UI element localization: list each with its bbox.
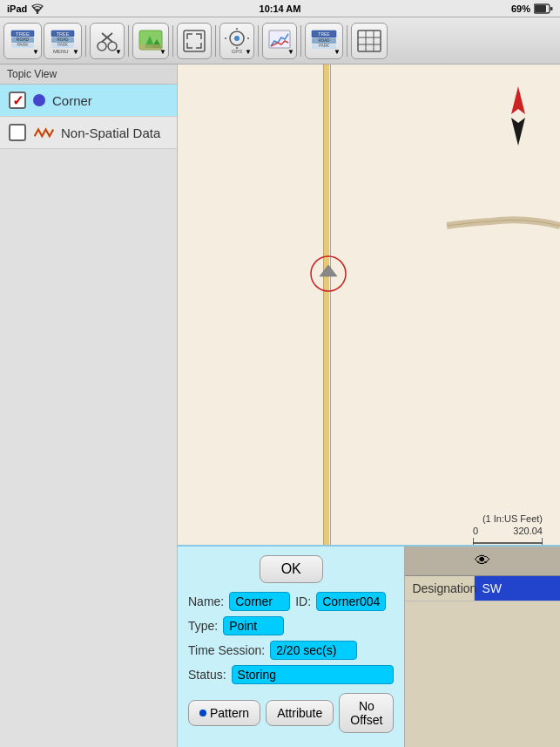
- map-area[interactable]: (1 In:US Feet) 0 320.04 Level OK: [178, 65, 560, 747]
- dropdown-arrow4: ▼: [159, 48, 166, 56]
- svg-text:GPS: GPS: [232, 49, 243, 54]
- svg-point-0: [37, 11, 38, 13]
- time-session-label: Time Session:: [188, 643, 265, 657]
- status-bar: iPad 10:14 AM 69%: [0, 0, 560, 17]
- svg-text:MENU: MENU: [53, 49, 69, 54]
- corner-checkbox[interactable]: ✓: [9, 92, 26, 109]
- gps-button[interactable]: GPS ▼: [219, 23, 254, 59]
- north-arrow: [501, 86, 536, 146]
- attr-panel: 👁 Designation SW: [404, 547, 560, 747]
- device-label: iPad: [7, 3, 27, 14]
- svg-point-31: [234, 36, 240, 41]
- id-input[interactable]: Corner004: [316, 592, 386, 611]
- type-label: Type:: [188, 619, 218, 633]
- checkmark-icon: ✓: [12, 92, 24, 109]
- svg-marker-47: [511, 86, 525, 114]
- ok-btn-row: OK: [188, 555, 394, 583]
- status-bar-time: 10:14 AM: [260, 3, 301, 14]
- name-label: Name:: [188, 594, 224, 608]
- toolbar-separator-1: [85, 25, 86, 57]
- svg-rect-2: [535, 5, 546, 12]
- scale-labels: 0 320.04: [473, 526, 543, 536]
- svg-text:PARK: PARK: [319, 44, 329, 48]
- status-row: Status: Storing: [188, 665, 394, 684]
- battery-percent: 69%: [511, 3, 530, 14]
- svg-text:ROAD: ROAD: [57, 37, 69, 42]
- svg-text:TREE: TREE: [57, 31, 70, 37]
- toolbar: TREE ROAD PARK ▼ TREE ROAD PARK MENU ▼ ▼: [0, 17, 560, 65]
- dropdown-arrow2: ▼: [72, 48, 79, 56]
- toolbar-separator-4: [215, 25, 216, 57]
- form-area: OK Name: Corner ID: Corner004 Type: Poin…: [178, 547, 404, 747]
- eye-icon: 👁: [475, 552, 490, 570]
- layers2-button[interactable]: TREE ROAD PARK ▼: [305, 23, 343, 59]
- sidebar-item-corner[interactable]: ✓ Corner: [0, 85, 177, 117]
- time-session-row: Time Session: 2/20 sec(s): [188, 641, 394, 660]
- status-label: Status:: [188, 668, 226, 682]
- chart-button[interactable]: ▼: [262, 23, 297, 59]
- wifi-icon: [30, 3, 44, 14]
- attr-col-key-0: Designation: [405, 576, 475, 601]
- status-value[interactable]: Storing: [232, 665, 395, 684]
- svg-marker-48: [511, 118, 525, 146]
- corner-dot-icon: [33, 94, 45, 106]
- toolbar-separator-3: [172, 25, 173, 57]
- map-marker: [307, 252, 350, 295]
- bottom-panel: OK Name: Corner ID: Corner004 Type: Poin…: [178, 545, 560, 747]
- menu-button[interactable]: TREE ROAD PARK MENU ▼: [44, 23, 82, 59]
- time-session-value[interactable]: 2/20 sec(s): [270, 641, 357, 660]
- id-label: ID:: [295, 594, 311, 608]
- nonspatial-checkbox[interactable]: [9, 124, 26, 141]
- toolbar-separator-7: [347, 25, 347, 57]
- svg-rect-3: [550, 7, 553, 10]
- battery-icon: [534, 3, 553, 14]
- zigzag-icon: [33, 126, 54, 139]
- dropdown-arrow6: ▼: [287, 48, 294, 56]
- svg-text:PARK: PARK: [57, 43, 68, 47]
- toolbar-separator-2: [128, 25, 129, 57]
- name-id-row: Name: Corner ID: Corner004: [188, 592, 394, 611]
- toolbar-separator-5: [258, 25, 259, 57]
- dropdown-arrow: ▼: [32, 48, 39, 56]
- main-content: Topic View ✓ Corner Non-Spatial Data: [0, 65, 560, 747]
- attribute-button[interactable]: Attribute: [266, 700, 334, 726]
- road-path: [386, 178, 560, 248]
- sidebar-header: Topic View: [0, 65, 177, 85]
- svg-text:TREE: TREE: [318, 31, 330, 37]
- type-input[interactable]: Point: [223, 616, 284, 635]
- attr-header: 👁: [405, 547, 560, 576]
- nonspatial-label: Non-Spatial Data: [61, 126, 160, 140]
- svg-marker-46: [320, 265, 337, 276]
- scale-line-svg: [473, 536, 543, 545]
- dropdown-arrow7: ▼: [334, 48, 341, 56]
- attr-col-val-0: SW: [475, 576, 560, 601]
- toolbar-separator-6: [300, 25, 301, 57]
- corner-label: Corner: [52, 93, 92, 108]
- type-row: Type: Point: [188, 616, 394, 635]
- ok-button[interactable]: OK: [260, 555, 323, 583]
- sidebar: Topic View ✓ Corner Non-Spatial Data: [0, 65, 178, 747]
- layers-button[interactable]: TREE ROAD PARK ▼: [3, 23, 42, 59]
- attr-row-0[interactable]: Designation SW: [405, 576, 560, 601]
- dropdown-arrow5: ▼: [245, 48, 252, 56]
- status-bar-left: iPad: [7, 3, 44, 14]
- terrain-button[interactable]: ▼: [132, 23, 169, 59]
- grid-icon: [356, 29, 382, 53]
- attr-table: Designation SW: [405, 576, 560, 601]
- scissors-button[interactable]: ▼: [90, 23, 125, 59]
- grid-button[interactable]: [351, 23, 388, 59]
- sidebar-item-nonspatial[interactable]: Non-Spatial Data: [0, 117, 177, 149]
- scale-label: (1 In:US Feet): [473, 513, 543, 524]
- scale-bar: (1 In:US Feet) 0 320.04: [473, 513, 543, 547]
- svg-text:ROAD: ROAD: [318, 38, 330, 43]
- no-offset-button[interactable]: No Offset: [339, 693, 394, 733]
- svg-text:PARK: PARK: [17, 42, 29, 47]
- dropdown-arrow3: ▼: [115, 48, 122, 56]
- name-input[interactable]: Corner: [229, 592, 290, 611]
- expand-button[interactable]: [177, 23, 212, 59]
- pattern-button[interactable]: Pattern: [188, 700, 260, 726]
- status-bar-right: 69%: [511, 3, 553, 14]
- svg-rect-40: [358, 31, 381, 51]
- bottom-btn-row: Pattern Attribute No Offset: [188, 693, 394, 733]
- expand-icon: [182, 29, 206, 53]
